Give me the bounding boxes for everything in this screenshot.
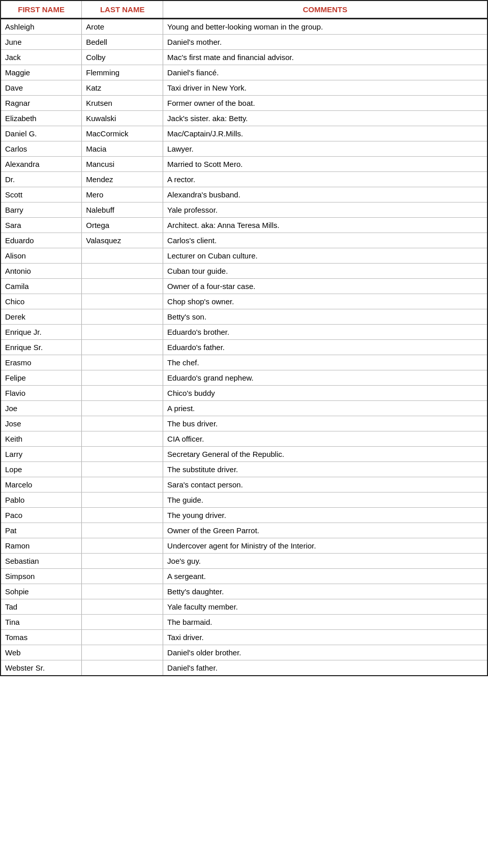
table-row: LarrySecretary General of the Republic.	[1, 447, 487, 462]
table-row: AlexandraMancusiMarried to Scott Mero.	[1, 157, 487, 172]
cell-comment: The guide.	[163, 493, 487, 508]
cell-comment: The substitute driver.	[163, 462, 487, 477]
cell-last-name	[82, 294, 163, 309]
cell-last-name	[82, 493, 163, 508]
cell-first-name: Enrique Sr.	[1, 340, 82, 355]
cell-last-name	[82, 248, 163, 264]
table-row: BarryNalebuffYale professor.	[1, 202, 487, 218]
table-body: AshleighAroteYoung and better-looking wo…	[1, 19, 487, 676]
table-row: AshleighAroteYoung and better-looking wo…	[1, 19, 487, 35]
cell-first-name: Elizabeth	[1, 111, 82, 126]
cell-last-name: Bedell	[82, 35, 163, 50]
table-row: SohpieBetty's daughter.	[1, 584, 487, 599]
table-row: DerekBetty's son.	[1, 309, 487, 325]
cell-comment: Yale faculty member.	[163, 599, 487, 615]
cell-last-name: Macia	[82, 141, 163, 157]
table-row: JoseThe bus driver.	[1, 416, 487, 431]
cell-last-name	[82, 279, 163, 294]
table-row: PabloThe guide.	[1, 493, 487, 508]
cell-last-name	[82, 401, 163, 416]
cell-comment: Eduardo's brother.	[163, 325, 487, 340]
cell-comment: Chop shop's owner.	[163, 294, 487, 309]
cell-comment: Undercover agent for Ministry of the Int…	[163, 538, 487, 554]
header-row: FIRST NAME LAST NAME COMMENTS	[1, 1, 487, 19]
cell-first-name: Scott	[1, 187, 82, 202]
cell-last-name	[82, 309, 163, 325]
cell-first-name: Jose	[1, 416, 82, 431]
cell-first-name: Pablo	[1, 493, 82, 508]
table-row: JoeA priest.	[1, 401, 487, 416]
cell-first-name: Simpson	[1, 569, 82, 584]
cell-comment: Married to Scott Mero.	[163, 157, 487, 172]
cell-first-name: June	[1, 35, 82, 50]
table-row: ElizabethKuwalskiJack's sister. aka: Bet…	[1, 111, 487, 126]
table-row: SebastianJoe's guy.	[1, 554, 487, 569]
cell-last-name: Arote	[82, 19, 163, 35]
cell-first-name: Felipe	[1, 370, 82, 386]
cell-last-name	[82, 431, 163, 447]
cell-comment: Yale professor.	[163, 202, 487, 218]
cell-comment: CIA officer.	[163, 431, 487, 447]
cell-last-name	[82, 630, 163, 645]
cell-last-name	[82, 508, 163, 523]
table-row: Webster Sr.Daniel's father.	[1, 660, 487, 676]
cell-first-name: Sara	[1, 218, 82, 233]
table-row: AlisonLecturer on Cuban culture.	[1, 248, 487, 264]
table-row: MarceloSara's contact person.	[1, 477, 487, 493]
cell-comment: Daniel's father.	[163, 660, 487, 676]
cell-comment: The bus driver.	[163, 416, 487, 431]
cell-last-name	[82, 538, 163, 554]
cell-comment: Carlos's client.	[163, 233, 487, 248]
cell-comment: A priest.	[163, 401, 487, 416]
cell-first-name: Keith	[1, 431, 82, 447]
cell-first-name: Daniel G.	[1, 126, 82, 141]
cell-comment: Chico's buddy	[163, 386, 487, 401]
cell-comment: Lawyer.	[163, 141, 487, 157]
cell-last-name	[82, 477, 163, 493]
table-row: FlavioChico's buddy	[1, 386, 487, 401]
header-first-name: FIRST NAME	[1, 1, 82, 19]
cell-comment: Eduardo's father.	[163, 340, 487, 355]
table-row: PatOwner of the Green Parrot.	[1, 523, 487, 538]
cell-first-name: Dr.	[1, 172, 82, 187]
table-row: JackColbyMac's first mate and financial …	[1, 50, 487, 65]
cell-first-name: Antonio	[1, 264, 82, 279]
table-row: Enrique Sr.Eduardo's father.	[1, 340, 487, 355]
table-row: KeithCIA officer.	[1, 431, 487, 447]
cell-comment: Joe's guy.	[163, 554, 487, 569]
cell-last-name: Flemming	[82, 65, 163, 80]
cell-first-name: Tina	[1, 615, 82, 630]
cell-comment: Mac's first mate and financial advisor.	[163, 50, 487, 65]
cell-last-name	[82, 523, 163, 538]
cell-first-name: Enrique Jr.	[1, 325, 82, 340]
cell-comment: Jack's sister. aka: Betty.	[163, 111, 487, 126]
cell-comment: The young driver.	[163, 508, 487, 523]
cell-last-name	[82, 416, 163, 431]
cell-comment: Sara's contact person.	[163, 477, 487, 493]
cell-first-name: Lope	[1, 462, 82, 477]
table-row: TomasTaxi driver.	[1, 630, 487, 645]
cell-comment: The barmaid.	[163, 615, 487, 630]
cell-comment: Taxi driver in New York.	[163, 80, 487, 96]
cell-first-name: Ashleigh	[1, 19, 82, 35]
cell-first-name: Tomas	[1, 630, 82, 645]
cell-last-name	[82, 584, 163, 599]
cell-last-name	[82, 447, 163, 462]
cell-first-name: Erasmo	[1, 355, 82, 370]
cell-last-name	[82, 370, 163, 386]
cell-last-name: Colby	[82, 50, 163, 65]
cell-last-name	[82, 599, 163, 615]
cell-first-name: Jack	[1, 50, 82, 65]
cell-comment: Young and better-looking woman in the gr…	[163, 19, 487, 35]
table-row: RamonUndercover agent for Ministry of th…	[1, 538, 487, 554]
table-row: JuneBedellDaniel's mother.	[1, 35, 487, 50]
cell-first-name: Web	[1, 645, 82, 660]
cell-comment: A sergeant.	[163, 569, 487, 584]
cell-first-name: Sohpie	[1, 584, 82, 599]
table-row: TadYale faculty member.	[1, 599, 487, 615]
cell-last-name	[82, 462, 163, 477]
table-row: Dr.MendezA rector.	[1, 172, 487, 187]
cell-last-name: Valasquez	[82, 233, 163, 248]
cell-first-name: Sebastian	[1, 554, 82, 569]
cell-first-name: Joe	[1, 401, 82, 416]
